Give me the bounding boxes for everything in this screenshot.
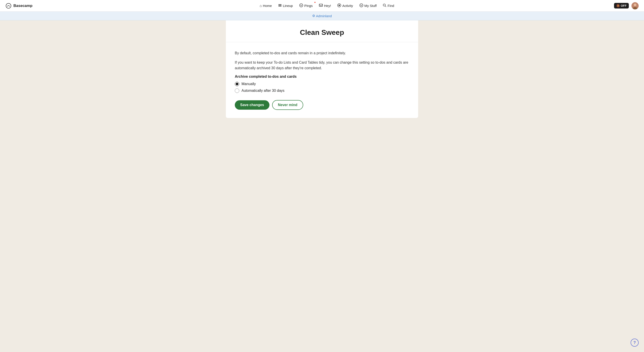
nav-pings[interactable]: Pings bbox=[296, 2, 316, 9]
page-title-section: Clean Sweep bbox=[226, 20, 418, 42]
basecamp-logo-icon bbox=[5, 3, 12, 9]
svg-rect-6 bbox=[319, 4, 323, 6]
svg-rect-0 bbox=[278, 4, 282, 5]
logo[interactable]: Basecamp bbox=[5, 3, 32, 9]
option-auto30[interactable]: Automatically after 30 days bbox=[235, 88, 409, 93]
never-mind-button[interactable]: Never mind bbox=[272, 100, 303, 110]
activity-icon bbox=[337, 3, 341, 8]
adminland-link[interactable]: ⚙ Adminland bbox=[312, 14, 332, 18]
nav-lineup[interactable]: Lineup bbox=[276, 2, 296, 9]
nav-find[interactable]: Find bbox=[380, 2, 397, 9]
svg-point-8 bbox=[338, 5, 340, 6]
nav-hey[interactable]: Hey! bbox=[316, 2, 334, 9]
svg-point-9 bbox=[360, 3, 363, 7]
svg-rect-2 bbox=[278, 6, 282, 6]
option-manually[interactable]: Manually bbox=[235, 82, 409, 86]
pings-notification-dot bbox=[314, 1, 316, 3]
lineup-icon bbox=[278, 3, 282, 8]
nav-mystuff[interactable]: My Stuff bbox=[357, 2, 380, 9]
svg-rect-1 bbox=[278, 5, 282, 5]
svg-point-3 bbox=[300, 3, 303, 7]
pings-icon bbox=[299, 3, 303, 8]
adminland-icon: ⚙ bbox=[312, 14, 315, 18]
nav-links: ⌂ Home Lineup Pings Hey! Activi bbox=[40, 2, 614, 9]
svg-point-4 bbox=[300, 5, 301, 5]
svg-line-13 bbox=[385, 6, 386, 7]
svg-point-10 bbox=[360, 5, 361, 5]
content-body: By default, completed to-dos and cards r… bbox=[226, 42, 418, 118]
page-wrapper: Clean Sweep By default, completed to-dos… bbox=[222, 20, 422, 127]
adminland-banner: ⚙ Adminland bbox=[0, 12, 644, 20]
help-button[interactable]: ? bbox=[630, 339, 639, 347]
description-1: By default, completed to-dos and cards r… bbox=[235, 50, 409, 56]
radio-manually[interactable] bbox=[235, 82, 239, 86]
save-changes-button[interactable]: Save changes bbox=[235, 100, 270, 110]
notifications-toggle[interactable]: 🔕 OFF bbox=[614, 3, 629, 8]
action-buttons: Save changes Never mind bbox=[235, 100, 409, 110]
svg-point-5 bbox=[302, 5, 302, 5]
nav-right: 🔕 OFF bbox=[614, 2, 639, 9]
content-card: Clean Sweep By default, completed to-dos… bbox=[226, 20, 418, 118]
logo-text: Basecamp bbox=[14, 3, 32, 8]
page-title: Clean Sweep bbox=[235, 28, 409, 37]
svg-point-11 bbox=[362, 5, 362, 5]
svg-point-15 bbox=[634, 3, 636, 6]
description-2: If you want to keep your To-do Lists and… bbox=[235, 60, 409, 71]
top-nav: Basecamp ⌂ Home Lineup Pings Hey! bbox=[0, 0, 644, 12]
archive-radio-group: Manually Automatically after 30 days bbox=[235, 82, 409, 93]
nav-activity[interactable]: Activity bbox=[334, 2, 356, 9]
nav-home[interactable]: ⌂ Home bbox=[257, 2, 274, 9]
user-avatar[interactable] bbox=[632, 2, 639, 9]
radio-auto30[interactable] bbox=[235, 88, 239, 93]
home-icon: ⌂ bbox=[260, 4, 262, 8]
find-icon bbox=[383, 3, 386, 8]
mystuff-icon bbox=[359, 3, 363, 8]
hey-icon bbox=[319, 3, 323, 8]
section-label: Archive completed to-dos and cards bbox=[235, 75, 409, 79]
